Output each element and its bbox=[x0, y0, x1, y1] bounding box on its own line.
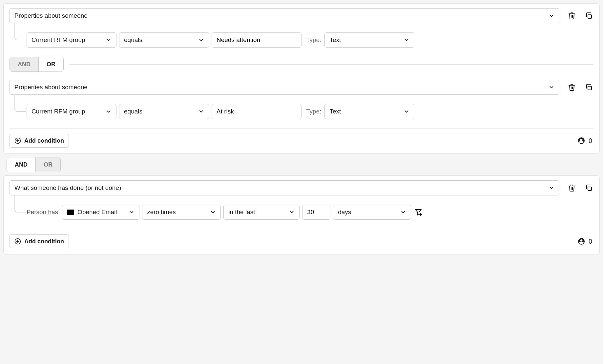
operator-label: equals bbox=[124, 36, 142, 44]
count-value: 0 bbox=[589, 238, 592, 245]
connector-line bbox=[14, 23, 26, 40]
chevron-down-icon bbox=[198, 109, 204, 114]
condition-group: Properties about someone Current RFM gro… bbox=[3, 3, 600, 154]
operator-select[interactable]: equals bbox=[119, 32, 209, 48]
audience-count: 0 bbox=[577, 237, 592, 245]
copy-icon bbox=[585, 12, 593, 20]
condition-detail-row: Person has Opened Email zero times in th… bbox=[13, 205, 593, 220]
inner-operator-separator: AND OR bbox=[10, 57, 593, 72]
chevron-down-icon bbox=[404, 109, 409, 114]
type-value: Text bbox=[329, 36, 341, 44]
outer-operator-toggle: AND OR bbox=[7, 157, 61, 172]
divider bbox=[10, 128, 593, 129]
svg-rect-5 bbox=[588, 187, 592, 191]
chevron-down-icon bbox=[404, 37, 409, 43]
chevron-down-icon bbox=[549, 84, 554, 90]
audience-count: 0 bbox=[577, 137, 592, 145]
condition-source-label: Properties about someone bbox=[14, 12, 88, 19]
separator-line bbox=[69, 64, 593, 65]
delete-button[interactable] bbox=[567, 183, 576, 192]
trash-icon bbox=[568, 12, 576, 20]
duplicate-button[interactable] bbox=[584, 183, 593, 192]
condition-row: What someone has done (or not done) bbox=[10, 180, 593, 195]
delete-button[interactable] bbox=[567, 11, 576, 20]
person-has-label: Person has bbox=[27, 209, 58, 216]
condition-detail-row: Current RFM group equals Type: Text bbox=[13, 32, 593, 48]
condition-row: Properties about someone bbox=[10, 80, 593, 95]
person-circle-icon bbox=[577, 237, 585, 245]
group-footer: Add condition 0 bbox=[10, 234, 593, 248]
chevron-down-icon bbox=[289, 209, 295, 215]
count-value: 0 bbox=[589, 137, 592, 145]
duplicate-button[interactable] bbox=[584, 83, 593, 92]
trash-icon bbox=[568, 83, 576, 91]
timeframe-label: in the last bbox=[228, 209, 255, 216]
add-condition-button[interactable]: Add condition bbox=[10, 234, 69, 248]
frequency-label: zero times bbox=[147, 209, 176, 216]
divider bbox=[10, 229, 593, 229]
add-filter-button[interactable] bbox=[414, 208, 423, 217]
person-circle-icon bbox=[577, 137, 585, 145]
delete-button[interactable] bbox=[567, 83, 576, 92]
svg-rect-1 bbox=[588, 86, 592, 90]
type-label: Type: bbox=[306, 36, 321, 44]
condition-source-select[interactable]: Properties about someone bbox=[10, 80, 559, 95]
event-label: Opened Email bbox=[77, 209, 129, 216]
inner-or-option[interactable]: OR bbox=[38, 57, 63, 71]
timeframe-unit-select[interactable]: days bbox=[333, 205, 411, 220]
chevron-down-icon bbox=[106, 109, 112, 114]
value-input[interactable] bbox=[212, 104, 302, 119]
connector-line bbox=[14, 95, 26, 112]
trash-icon bbox=[568, 184, 576, 192]
property-select[interactable]: Current RFM group bbox=[27, 104, 116, 119]
email-icon bbox=[67, 210, 74, 215]
connector-line bbox=[14, 195, 26, 212]
chevron-down-icon bbox=[549, 13, 554, 19]
type-value: Text bbox=[329, 108, 341, 115]
chevron-down-icon bbox=[129, 209, 135, 215]
plus-circle-icon bbox=[14, 137, 21, 144]
operator-select[interactable]: equals bbox=[119, 104, 209, 119]
outer-and-option[interactable]: AND bbox=[7, 157, 35, 172]
chevron-down-icon bbox=[400, 209, 406, 215]
chevron-down-icon bbox=[210, 209, 216, 215]
plus-circle-icon bbox=[14, 238, 21, 245]
group-footer: Add condition 0 bbox=[10, 134, 593, 148]
add-condition-button[interactable]: Add condition bbox=[10, 134, 69, 148]
frequency-select[interactable]: zero times bbox=[142, 205, 221, 220]
copy-icon bbox=[585, 184, 593, 192]
chevron-down-icon bbox=[198, 37, 204, 43]
condition-source-label: What someone has done (or not done) bbox=[14, 184, 121, 192]
condition-row: Properties about someone bbox=[10, 8, 593, 23]
property-label: Current RFM group bbox=[31, 36, 85, 44]
svg-rect-0 bbox=[588, 15, 592, 18]
duplicate-button[interactable] bbox=[584, 11, 593, 20]
condition-source-label: Properties about someone bbox=[14, 84, 88, 91]
outer-or-option[interactable]: OR bbox=[35, 157, 60, 172]
condition-source-select[interactable]: What someone has done (or not done) bbox=[10, 180, 559, 195]
copy-icon bbox=[585, 83, 593, 91]
inner-and-option[interactable]: AND bbox=[10, 57, 38, 71]
condition-group: What someone has done (or not done) Pers… bbox=[3, 175, 600, 254]
add-condition-label: Add condition bbox=[24, 238, 64, 245]
chevron-down-icon bbox=[106, 37, 112, 43]
type-label: Type: bbox=[306, 108, 321, 115]
timeframe-select[interactable]: in the last bbox=[223, 205, 300, 220]
type-select[interactable]: Text bbox=[324, 104, 414, 119]
filter-plus-icon bbox=[414, 208, 422, 216]
condition-detail-row: Current RFM group equals Type: Text bbox=[13, 104, 593, 119]
inner-operator-toggle: AND OR bbox=[10, 57, 64, 72]
add-condition-label: Add condition bbox=[24, 137, 64, 144]
operator-label: equals bbox=[124, 108, 142, 115]
value-input[interactable] bbox=[212, 32, 302, 48]
property-label: Current RFM group bbox=[31, 108, 85, 115]
event-select[interactable]: Opened Email bbox=[62, 205, 139, 220]
chevron-down-icon bbox=[549, 185, 554, 191]
condition-source-select[interactable]: Properties about someone bbox=[10, 8, 559, 23]
type-select[interactable]: Text bbox=[324, 32, 414, 48]
timeframe-count-input[interactable] bbox=[302, 205, 330, 220]
timeframe-unit-label: days bbox=[338, 209, 351, 216]
property-select[interactable]: Current RFM group bbox=[27, 32, 116, 48]
